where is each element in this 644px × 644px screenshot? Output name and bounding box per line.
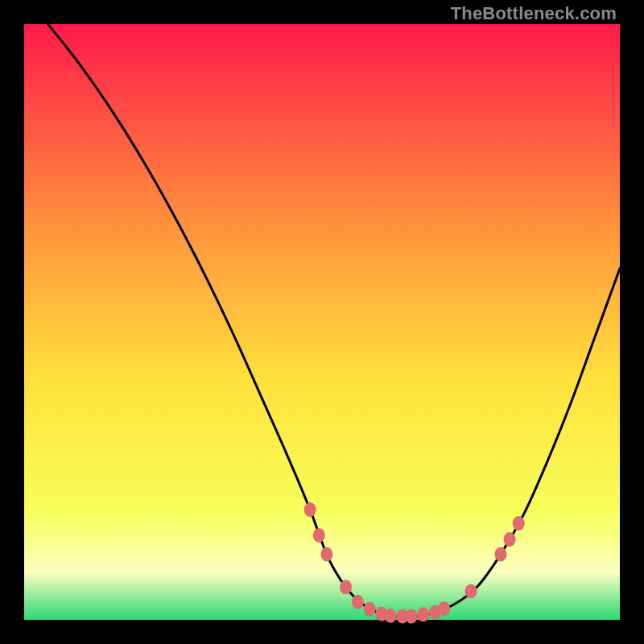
- curve-marker: [304, 502, 316, 517]
- curve-marker: [340, 580, 352, 594]
- curve-marker: [320, 547, 332, 562]
- curve-markers-group: [304, 502, 525, 624]
- chart-plot-area: [24, 24, 620, 620]
- bottleneck-curve: [48, 24, 620, 617]
- curve-marker: [385, 609, 397, 623]
- chart-overlay: [24, 24, 620, 620]
- curve-marker: [406, 609, 418, 624]
- curve-marker: [364, 602, 376, 617]
- curve-marker: [513, 516, 525, 530]
- curve-marker: [465, 584, 477, 599]
- curve-marker: [417, 607, 429, 621]
- attribution-label: TheBottleneck.com: [451, 3, 617, 24]
- curve-marker: [438, 601, 450, 616]
- curve-marker: [313, 528, 325, 543]
- curve-marker: [352, 595, 364, 609]
- curve-marker: [504, 532, 516, 547]
- curve-marker: [495, 547, 507, 562]
